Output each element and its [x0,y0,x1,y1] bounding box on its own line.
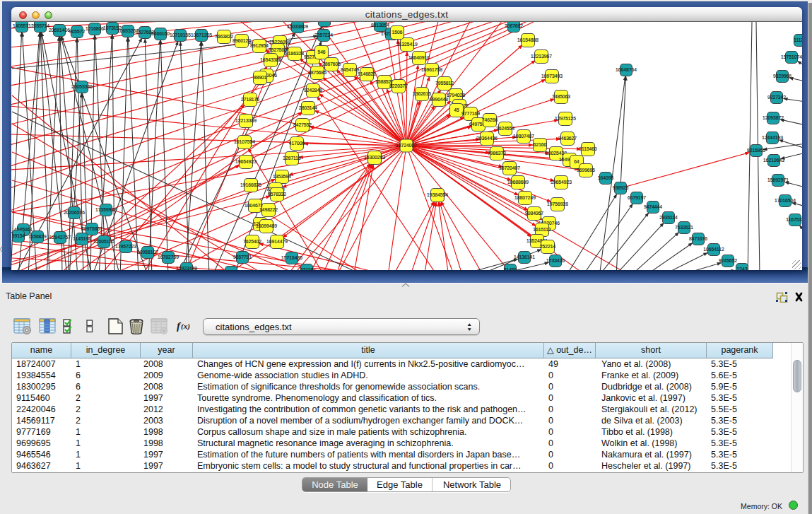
svg-text:45: 45 [454,107,459,112]
svg-text:(x): (x) [181,322,190,331]
svg-text:9527506: 9527506 [269,47,287,52]
svg-text:8427552: 8427552 [293,122,312,127]
svg-text:2087682: 2087682 [505,23,523,28]
svg-text:11123: 11123 [794,37,802,42]
svg-text:9474444: 9474444 [644,204,662,209]
svg-text:10688609: 10688609 [507,180,529,185]
svg-text:9699695: 9699695 [577,168,595,173]
svg-text:7663822: 7663822 [215,34,233,39]
svg-text:62160: 62160 [534,142,547,147]
svg-text:2803144: 2803144 [299,105,317,110]
svg-text:8960123: 8960123 [233,38,251,43]
svg-text:8220377: 8220377 [389,83,408,88]
svg-text:16648764: 16648764 [616,67,637,72]
svg-text:11325419: 11325419 [396,42,418,47]
svg-text:64: 64 [574,159,579,164]
svg-text:16961758: 16961758 [421,67,442,72]
svg-text:16154808: 16154808 [517,37,539,42]
svg-text:1733426: 1733426 [546,258,565,263]
svg-text:1506: 1506 [392,30,403,35]
svg-text:9146821: 9146821 [358,71,376,76]
svg-text:2867608: 2867608 [322,62,341,66]
svg-text:12923448: 12923448 [176,266,197,270]
svg-text:12975125: 12975125 [555,116,576,121]
svg-text:1615112: 1615112 [533,227,551,232]
svg-text:7955812: 7955812 [435,81,454,86]
svg-text:1243: 1243 [737,267,748,270]
svg-text:1498222: 1498222 [259,207,278,212]
svg-text:19756928: 19756928 [547,201,568,206]
svg-text:10654112: 10654112 [703,247,724,252]
svg-text:9242848: 9242848 [304,88,322,93]
svg-text:10807487: 10807487 [513,134,534,139]
svg-text:81455: 81455 [504,267,517,270]
svg-text:26053346: 26053346 [71,84,93,89]
svg-text:8813054: 8813054 [371,23,389,28]
svg-text:1156829: 1156829 [28,234,47,239]
svg-text:1145194: 1145194 [73,236,91,241]
svg-text:8454749: 8454749 [341,67,359,72]
svg-text:746266: 746266 [482,117,498,122]
svg-text:16914479: 16914479 [266,239,288,244]
svg-text:39154: 39154 [12,233,25,238]
svg-text:9245652: 9245652 [719,258,737,263]
svg-text:16210643: 16210643 [763,158,784,163]
svg-text:19166825: 19166825 [240,182,261,187]
svg-text:12505135: 12505135 [93,239,114,244]
svg-text:19384554: 19384554 [427,192,448,197]
svg-text:19654923: 19654923 [235,159,257,164]
svg-text:9777169: 9777169 [461,111,480,116]
svg-text:1216806: 1216806 [86,26,104,31]
svg-text:8578332: 8578332 [268,192,286,197]
svg-text:16033809: 16033809 [287,24,308,29]
svg-text:1405571: 1405571 [13,23,31,28]
svg-text:546: 546 [317,49,325,54]
svg-text:9227342: 9227342 [767,95,786,100]
svg-text:17359928: 17359928 [95,207,117,212]
svg-text:10107554: 10107554 [234,139,255,144]
svg-text:1362615: 1362615 [413,91,431,96]
svg-text:203117: 203117 [317,22,332,23]
svg-text:12213369: 12213369 [235,118,257,123]
svg-text:9857791: 9857791 [233,255,252,259]
svg-text:93116: 93116 [225,269,237,270]
svg-text:10099489: 10099489 [256,223,277,228]
svg-text:9115460: 9115460 [579,146,597,151]
svg-text:164095: 164095 [598,175,614,180]
svg-text:18640910: 18640910 [408,55,430,60]
svg-text:7632621: 7632621 [675,225,693,230]
svg-text:16543382: 16543382 [260,57,281,62]
svg-text:6679197: 6679197 [628,195,646,200]
svg-text:12093872: 12093872 [763,115,784,120]
svg-text:52118: 52118 [300,267,313,270]
svg-text:9084067: 9084067 [525,211,543,216]
svg-text:10958107: 10958107 [137,250,158,255]
svg-text:14136141: 14136141 [514,255,535,259]
svg-text:98901: 98901 [254,75,267,80]
svg-text:20206576: 20206576 [64,210,85,215]
svg-text:905572: 905572 [69,29,86,34]
svg-text:12213967: 12213967 [531,54,552,59]
svg-text:12444193: 12444193 [762,135,783,140]
svg-text:10671355: 10671355 [191,33,212,37]
svg-text:7485063: 7485063 [552,94,570,99]
svg-text:7986372: 7986372 [488,151,506,156]
svg-text:15300293: 15300293 [364,155,385,160]
svg-text:18807249: 18807249 [514,195,536,200]
svg-text:18724007: 18724007 [396,143,417,148]
svg-text:9463627: 9463627 [558,136,577,141]
svg-text:15751074: 15751074 [781,54,802,59]
svg-text:8471676: 8471676 [689,236,707,241]
svg-text:7357224: 7357224 [314,33,333,37]
svg-text:2935114: 2935114 [659,215,678,220]
svg-text:19654923: 19654923 [551,180,572,185]
svg-text:252214: 252214 [540,244,556,249]
svg-text:20364436: 20364436 [476,136,498,141]
svg-text:6794028: 6794028 [447,93,465,98]
svg-text:2718176: 2718176 [241,97,259,102]
svg-text:29975867: 29975867 [81,226,102,231]
svg-text:12942757: 12942757 [49,235,71,240]
svg-text:938923: 938923 [613,185,629,190]
svg-text:20691406: 20691406 [49,28,70,33]
svg-text:15692971: 15692971 [767,177,789,182]
